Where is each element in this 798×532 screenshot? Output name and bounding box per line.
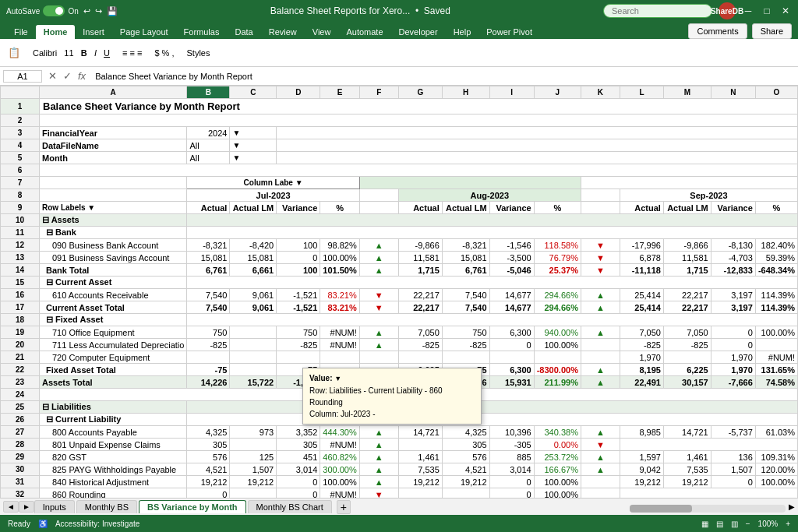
search-input[interactable]: [603, 4, 712, 18]
col-G-header[interactable]: G: [398, 86, 442, 99]
col-label-filter[interactable]: Column Labe ▼: [187, 177, 359, 189]
redo-icon[interactable]: ↪: [95, 6, 102, 16]
add-sheet-button[interactable]: +: [337, 500, 351, 514]
tab-developer[interactable]: Developer: [391, 25, 446, 39]
financial-year-value: 2024: [187, 127, 230, 139]
financial-year-dropdown[interactable]: ▼: [230, 127, 277, 139]
ribbon-clipboard-icon: 📋: [8, 47, 20, 58]
col-A-header[interactable]: A: [40, 86, 187, 99]
view-normal-icon[interactable]: ▦: [701, 520, 708, 528]
aug-actual-header: Actual: [398, 202, 442, 214]
table-row: 15 ⊟ Current Asset: [1, 277, 798, 289]
col-C-header[interactable]: C: [230, 86, 277, 99]
close-button[interactable]: ✕: [779, 5, 792, 17]
autosave-toggle-group[interactable]: AutoSave On: [6, 5, 79, 16]
tab-help[interactable]: Help: [446, 25, 479, 39]
col-N-header[interactable]: N: [711, 86, 755, 99]
cell-reference-box[interactable]: [3, 70, 42, 83]
row-labels-header[interactable]: Row Labels ▼: [40, 202, 187, 214]
col-H-header[interactable]: H: [442, 86, 489, 99]
tab-data[interactable]: Data: [227, 25, 260, 39]
tab-monthly-bs-chart[interactable]: Monthly BS Chart: [248, 500, 332, 513]
tab-monthly-bs[interactable]: Monthly BS: [76, 500, 137, 513]
table-row: 8 Jul-2023 Aug-2023 Sep-2023: [1, 189, 798, 202]
tab-insert[interactable]: Insert: [75, 25, 112, 39]
aug-period: Aug-2023: [398, 189, 581, 202]
undo-icon[interactable]: ↩: [83, 6, 90, 16]
ribbon-font-group: Calibri 11 B I U: [33, 48, 110, 58]
tab-formulas[interactable]: Formulas: [176, 25, 228, 39]
sep-pct-header: %: [755, 202, 797, 214]
current-liability-header: ⊟ Current Liability: [40, 414, 187, 426]
sep-actual-header: Actual: [620, 202, 663, 214]
spreadsheet-table: A B C D E F G H I J K L M N O: [0, 86, 798, 498]
status-bar: Ready ♿ Accessibility: Investigate ▦ ▤ ▥…: [0, 515, 798, 532]
col-I-header[interactable]: I: [489, 86, 534, 99]
ribbon-number-group: $ % ,: [154, 48, 174, 58]
month-label: Month: [40, 152, 187, 164]
minimize-button[interactable]: ─: [742, 5, 754, 17]
user-avatar[interactable]: ShareDB: [719, 2, 736, 19]
tooltip-column: Column: Jul-2023 -: [309, 408, 475, 420]
tab-power-pivot[interactable]: Power Pivot: [478, 25, 540, 39]
ribbon-styles-group: Styles: [187, 48, 210, 58]
liabilities-header: ⊟ Liabilities: [40, 401, 187, 414]
save-icon[interactable]: 💾: [107, 6, 118, 16]
comments-button[interactable]: Comments: [688, 23, 747, 39]
table-row: 32 860 Rounding 0 0 #NUM! ▼ 0 100.00%: [1, 488, 798, 499]
share-button[interactable]: Share: [752, 23, 792, 39]
table-row: 6: [1, 164, 798, 177]
col-B-header[interactable]: B: [187, 86, 230, 99]
tab-home[interactable]: Home: [36, 25, 76, 39]
formula-input[interactable]: [92, 71, 795, 82]
grid-container[interactable]: A B C D E F G H I J K L M N O: [0, 86, 798, 498]
zoom-out-button[interactable]: −: [746, 520, 750, 528]
col-O-header[interactable]: O: [755, 86, 797, 99]
col-F-header[interactable]: F: [359, 86, 398, 99]
table-row: 5 Month All ▼: [1, 152, 798, 164]
sep-actual-lm-header: Actual LM: [663, 202, 711, 214]
sheet-nav-left[interactable]: ◄: [3, 501, 19, 513]
scroll-right-btn[interactable]: ▶: [789, 502, 795, 511]
confirm-icon[interactable]: ✓: [63, 70, 72, 82]
col-E-header[interactable]: E: [320, 86, 359, 99]
row-825: 825 PAYG Withholdings Payable: [40, 463, 187, 476]
table-row: 14 Bank Total 6,761 6,661 100 101.50% ▲ …: [1, 264, 798, 277]
sheet-nav-right[interactable]: ►: [19, 501, 34, 513]
tab-inputs[interactable]: Inputs: [34, 500, 75, 513]
col-K-header[interactable]: K: [581, 86, 620, 99]
function-icon[interactable]: fx: [78, 70, 86, 82]
jul-period: Jul-2023: [187, 189, 359, 202]
table-row: 18 ⊟ Fixed Asset: [1, 314, 798, 326]
datafilename-value: All: [187, 139, 230, 152]
tab-file[interactable]: File: [6, 25, 36, 39]
datafilename-dropdown[interactable]: ▼: [230, 139, 277, 152]
tab-automate[interactable]: Automate: [338, 25, 390, 39]
col-J-header[interactable]: J: [534, 86, 581, 99]
maximize-button[interactable]: □: [761, 5, 773, 17]
sep-period: Sep-2023: [620, 189, 797, 202]
col-D-header[interactable]: D: [277, 86, 320, 99]
row-720: 720 Computer Equipment: [40, 351, 187, 364]
formula-bar: ✕ ✓ fx: [0, 67, 798, 86]
tab-review[interactable]: Review: [261, 25, 305, 39]
view-layout-icon[interactable]: ▤: [716, 520, 723, 528]
row-num-1: 1: [1, 99, 40, 115]
col-M-header[interactable]: M: [663, 86, 711, 99]
col-L-header[interactable]: L: [620, 86, 663, 99]
view-page-icon[interactable]: ▥: [731, 520, 738, 528]
ready-status: Ready: [8, 520, 30, 528]
tab-view[interactable]: View: [305, 25, 339, 39]
jul-pct-header: %: [320, 202, 359, 214]
row-num-2: 2: [1, 115, 40, 127]
table-row: 21 720 Computer Equipment 1,970 1,970 #: [1, 351, 798, 364]
tab-bs-variance[interactable]: BS Variance by Month: [139, 500, 246, 513]
month-dropdown[interactable]: ▼: [230, 152, 277, 164]
cancel-icon[interactable]: ✕: [48, 70, 57, 82]
zoom-in-button[interactable]: +: [786, 520, 790, 528]
autosave-toggle[interactable]: [43, 5, 65, 16]
fixed-asset-total: Fixed Asset Total: [40, 364, 187, 376]
ribbon-actions: Comments Share: [688, 23, 792, 39]
table-row: 2: [1, 115, 798, 127]
tab-page-layout[interactable]: Page Layout: [112, 25, 176, 39]
